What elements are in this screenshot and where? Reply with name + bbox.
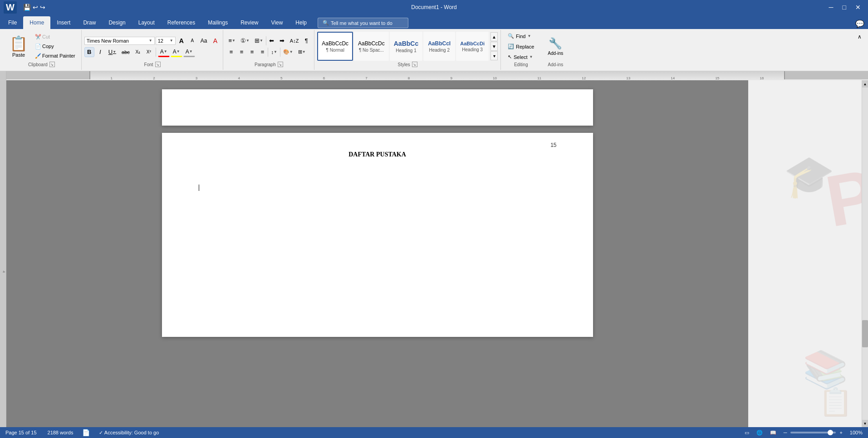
- tab-design[interactable]: Design: [102, 16, 132, 29]
- zoom-track[interactable]: [790, 432, 836, 433]
- zoom-in-button[interactable]: +: [838, 429, 844, 436]
- style-scroll-down[interactable]: ▼: [490, 42, 498, 51]
- page-15[interactable]: 15 DAFTAR PUSTAKA: [162, 133, 593, 337]
- page-info[interactable]: Page 15 of 15: [4, 429, 39, 436]
- scroll-track[interactable]: [862, 88, 868, 420]
- scroll-thumb[interactable]: [862, 320, 868, 347]
- align-left-button[interactable]: ≡: [226, 47, 236, 57]
- tab-view[interactable]: View: [265, 16, 289, 29]
- font-row1: Times New Roman ▼ 12 ▼ A A Aa A: [84, 36, 221, 46]
- copy-button[interactable]: 📄 Copy: [33, 42, 78, 51]
- scroll-down-button[interactable]: ▼: [862, 420, 868, 427]
- tab-review[interactable]: Review: [234, 16, 265, 29]
- clear-format-button[interactable]: A: [210, 36, 220, 46]
- justify-button[interactable]: ≡: [257, 47, 267, 57]
- shading-button[interactable]: 🎨▼: [281, 47, 295, 57]
- underline-button[interactable]: U▼: [106, 47, 118, 57]
- case-button[interactable]: Aa: [198, 36, 210, 46]
- style-scroll-up[interactable]: ▲: [490, 32, 498, 41]
- vertical-scrollbar[interactable]: ▲ ▼: [862, 80, 868, 427]
- replace-label: Replace: [516, 44, 534, 49]
- scroll-up-button[interactable]: ▲: [862, 80, 868, 88]
- save-quick-btn[interactable]: 💾: [23, 4, 31, 11]
- style-h1[interactable]: AaBbCc Heading 1: [390, 32, 422, 61]
- paste-button[interactable]: 📋 Paste: [5, 33, 32, 60]
- page-14-end[interactable]: [162, 89, 593, 126]
- superscript-button[interactable]: X²: [144, 47, 154, 57]
- document-body[interactable]: [198, 184, 557, 192]
- zoom-level[interactable]: 100%: [848, 429, 864, 436]
- show-marks-button[interactable]: ¶: [301, 36, 311, 46]
- minimize-button[interactable]: ─: [825, 2, 837, 13]
- collapse-ribbon-button[interactable]: ∧: [854, 32, 864, 42]
- tab-home[interactable]: Home: [23, 16, 50, 29]
- styles-expand[interactable]: ↘: [412, 62, 417, 67]
- tab-help[interactable]: Help: [289, 16, 313, 29]
- bullets-button[interactable]: ≡▼: [226, 36, 238, 46]
- page-content[interactable]: DAFTAR PUSTAKA: [198, 151, 557, 205]
- font-expand[interactable]: ↘: [155, 62, 161, 67]
- zoom-out-button[interactable]: ─: [782, 429, 789, 436]
- increase-indent-button[interactable]: ➡: [277, 36, 287, 46]
- find-button[interactable]: 🔍 Find ▼: [505, 32, 537, 40]
- select-arrow: ▼: [530, 55, 533, 59]
- tab-layout[interactable]: Layout: [132, 16, 161, 29]
- highlight-button[interactable]: A▼: [171, 47, 182, 57]
- tab-mailings[interactable]: Mailings: [201, 16, 234, 29]
- tab-insert[interactable]: Insert: [50, 16, 77, 29]
- select-button[interactable]: ↖ Select ▼: [505, 53, 537, 61]
- style-more[interactable]: ▾: [490, 51, 498, 60]
- strikethrough-button[interactable]: abc: [119, 47, 132, 57]
- undo-quick-btn[interactable]: ↩: [33, 4, 38, 11]
- font-color-button[interactable]: A▼: [158, 47, 170, 57]
- addins-button[interactable]: 🔧 Add-ins: [544, 34, 566, 59]
- cut-button[interactable]: ✂️ Cut: [33, 33, 78, 41]
- style-h2[interactable]: AaBbCcI Heading 2: [423, 32, 455, 61]
- print-layout-button[interactable]: ▭: [743, 429, 751, 437]
- zoom-slider[interactable]: ─ +: [782, 429, 844, 436]
- close-button[interactable]: ✕: [852, 2, 864, 13]
- title-bar: W 💾 ↩ ↪ Document1 - Word ─ □ ✕: [0, 0, 868, 15]
- text-effect-button[interactable]: A▼: [183, 47, 195, 57]
- numbering-button[interactable]: ①▼: [238, 36, 252, 46]
- paragraph-expand[interactable]: ↘: [278, 62, 283, 67]
- style-nospace[interactable]: AaBbCcDc ¶ No Spac...: [354, 32, 389, 61]
- italic-button[interactable]: I: [95, 47, 105, 57]
- align-center-button[interactable]: ≡: [236, 47, 246, 57]
- subscript-button[interactable]: X₂: [133, 47, 143, 57]
- maximize-button[interactable]: □: [839, 2, 850, 13]
- check-icon: ✓: [99, 430, 103, 435]
- shrink-font-button[interactable]: A: [187, 36, 197, 46]
- zoom-thumb[interactable]: [828, 430, 833, 435]
- decrease-indent-button[interactable]: ⬅: [267, 36, 277, 46]
- style-nospace-preview: AaBbCcDc: [358, 40, 385, 47]
- align-right-button[interactable]: ≡: [247, 47, 257, 57]
- style-h3[interactable]: AaBbCcDi Heading 3: [456, 32, 489, 61]
- borders-button[interactable]: ⊞▼: [296, 47, 308, 57]
- tab-draw[interactable]: Draw: [77, 16, 102, 29]
- read-mode-button[interactable]: 📖: [768, 429, 778, 437]
- style-normal[interactable]: AaBbCcDc ¶ Normal: [317, 32, 353, 61]
- share-icon[interactable]: 💬: [855, 19, 864, 28]
- tell-me-box[interactable]: 🔍 Tell me what you want to do: [318, 18, 408, 28]
- styles-group: AaBbCcDc ¶ Normal AaBbCcDc ¶ No Spac... …: [314, 30, 501, 70]
- word-count[interactable]: 2188 words: [46, 429, 75, 436]
- para-sep1: [266, 36, 266, 45]
- font-size-select[interactable]: 12 ▼: [156, 37, 176, 45]
- font-name-select[interactable]: Times New Roman ▼: [84, 37, 155, 45]
- text-effect-arrow: ▼: [189, 49, 193, 54]
- tab-file[interactable]: File: [2, 16, 23, 29]
- grow-font-button[interactable]: A: [177, 36, 186, 46]
- format-painter-button[interactable]: 🖌️ Format Painter: [33, 52, 78, 60]
- document-area[interactable]: 15 DAFTAR PUSTAKA: [6, 80, 748, 427]
- sort-button[interactable]: A↕Z: [288, 36, 301, 46]
- multilevel-button[interactable]: ⊞▼: [252, 36, 265, 46]
- redo-quick-btn[interactable]: ↪: [40, 4, 45, 11]
- line-spacing-button[interactable]: ↕▼: [269, 47, 279, 57]
- clipboard-expand[interactable]: ↘: [49, 62, 55, 67]
- bold-button[interactable]: B: [84, 47, 94, 57]
- tab-references[interactable]: References: [161, 16, 201, 29]
- web-layout-button[interactable]: 🌐: [755, 429, 765, 437]
- accessibility-status[interactable]: ✓ Accessibility: Good to go: [97, 429, 161, 437]
- replace-button[interactable]: 🔄 Replace: [505, 42, 537, 51]
